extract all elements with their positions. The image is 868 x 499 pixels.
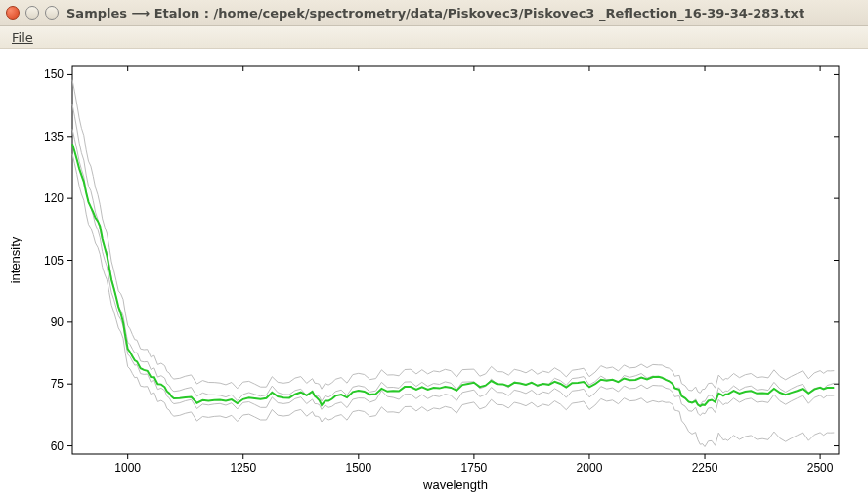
window-titlebar: Samples ⟶ Etalon : /home/cepek/spectrome… [0, 0, 868, 26]
y-tick-label: 60 [51, 439, 65, 453]
y-tick-label: 90 [51, 315, 65, 329]
menubar: File [0, 26, 868, 49]
maximize-icon[interactable] [45, 6, 59, 20]
window-title: Samples ⟶ Etalon : /home/cepek/spectrome… [66, 6, 804, 21]
x-tick-label: 1250 [230, 461, 256, 475]
x-tick-label: 1750 [461, 461, 488, 475]
x-axis-label: wavelength [422, 478, 488, 492]
series-etalon-green [72, 144, 834, 406]
y-tick-label: 150 [44, 67, 64, 81]
spectrum-chart: 1000125015001750200022502500607590105120… [0, 49, 868, 499]
series-sample-gray-2 [72, 104, 834, 405]
x-tick-label: 1500 [345, 461, 371, 475]
x-tick-label: 2250 [692, 461, 718, 475]
y-axis-label: intensity [8, 236, 22, 283]
y-tick-label: 75 [51, 377, 65, 391]
close-icon[interactable] [6, 6, 20, 20]
y-tick-label: 120 [44, 191, 64, 205]
x-tick-label: 1000 [114, 461, 141, 475]
y-tick-label: 135 [44, 130, 64, 144]
series-sample-gray-1 [72, 80, 834, 394]
x-tick-label: 2000 [577, 461, 603, 475]
y-tick-label: 105 [44, 254, 64, 268]
minimize-icon[interactable] [25, 6, 39, 20]
chart-area: 1000125015001750200022502500607590105120… [0, 49, 868, 499]
series-sample-gray-4 [72, 154, 834, 447]
x-tick-label: 2500 [807, 461, 834, 475]
menu-file[interactable]: File [6, 28, 39, 47]
